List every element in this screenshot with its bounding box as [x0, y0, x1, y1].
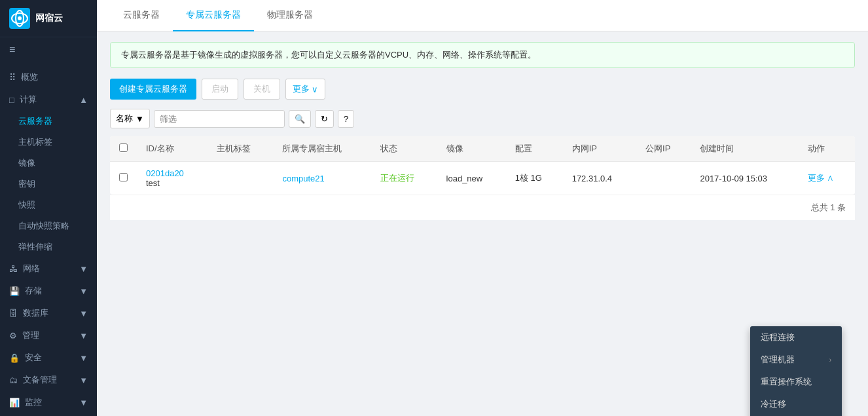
dropdown-item-label: 冷迁移: [761, 398, 786, 410]
row-public-ip: [636, 162, 691, 195]
row-status: 正在运行: [371, 162, 437, 195]
management-icon: ⚙: [9, 331, 17, 341]
col-host: 所属专属宿主机: [273, 136, 371, 162]
col-internal-ip: 内网IP: [563, 136, 636, 162]
monitor-arrow: ▼: [79, 398, 88, 407]
col-host-tag: 主机标签: [208, 136, 274, 162]
tab-cloud-server[interactable]: 云服务器: [110, 0, 173, 31]
start-button[interactable]: 启动: [202, 79, 238, 100]
row-config: 1核 1G: [506, 162, 563, 195]
filter-field-select[interactable]: 名称 ▼: [110, 109, 150, 128]
management-label: 管理: [22, 330, 39, 341]
compute-arrow: ▲: [79, 95, 88, 105]
sidebar-item-scaling[interactable]: 弹性伸缩: [0, 236, 97, 257]
table-total: 总共 1 条: [811, 202, 846, 212]
row-host: compute21: [273, 162, 371, 195]
sidebar-item-backup[interactable]: 🗂 文备管理 ▼: [0, 369, 97, 391]
tab-dedicated-server[interactable]: 专属云服务器: [173, 0, 254, 31]
col-id-name: ID/名称: [137, 136, 208, 162]
network-icon: 🖧: [9, 264, 18, 274]
row-checkbox-cell: [110, 162, 137, 195]
sidebar-item-security[interactable]: 🔒 安全 ▼: [0, 347, 97, 369]
table-header-row: ID/名称 主机标签 所属专属宿主机 状态 镜像 配置 内网IP 公网IP 创建…: [110, 136, 855, 162]
backup-arrow: ▼: [79, 375, 88, 385]
dropdown-item[interactable]: 冷迁移: [750, 393, 842, 415]
server-name: test: [146, 178, 198, 188]
row-id-name: 0201da20 test: [137, 162, 208, 195]
stop-button[interactable]: 关机: [244, 79, 280, 100]
svg-point-2: [18, 16, 22, 20]
backup-label: 文备管理: [23, 374, 57, 386]
dropdown-item-label: 管理机器: [761, 354, 795, 366]
sidebar-item-database[interactable]: 🗄 数据库 ▼: [0, 302, 97, 324]
sidebar-item-key[interactable]: 密钥: [0, 174, 97, 195]
filter-field-arrow-icon: ▼: [136, 114, 144, 124]
search-icon: 🔍: [295, 114, 305, 124]
sidebar-item-network[interactable]: 🖧 网络 ▼: [0, 257, 97, 280]
security-arrow: ▼: [79, 353, 88, 363]
dropdown-item-label: 重置操作系统: [761, 376, 812, 388]
compute-icon: □: [9, 95, 14, 105]
sidebar-item-dedicated[interactable]: ☁ 专属云 ▼: [0, 413, 97, 416]
create-button[interactable]: 创建专属云服务器: [110, 79, 196, 100]
database-label: 数据库: [23, 307, 48, 319]
filter-input[interactable]: [154, 110, 285, 128]
col-action: 动作: [799, 136, 855, 162]
row-checkbox[interactable]: [119, 173, 128, 181]
col-public-ip: 公网IP: [636, 136, 691, 162]
compute-label: 计算: [20, 94, 37, 105]
tab-physical-server[interactable]: 物理服务器: [254, 0, 326, 31]
search-button[interactable]: 🔍: [289, 110, 311, 128]
info-banner-text: 专属云服务器是基于镜像生成的虚拟服务器，您可以自定义云服务器的VCPU、内存、网…: [121, 50, 536, 60]
row-image: load_new: [437, 162, 506, 195]
action-more-link[interactable]: 更多 ∧: [808, 173, 835, 183]
row-host-tag: [208, 162, 274, 195]
sidebar-item-image[interactable]: 镜像: [0, 153, 97, 174]
dropdown-item[interactable]: 管理机器›: [750, 349, 842, 371]
select-all-checkbox[interactable]: [119, 143, 128, 152]
sidebar-item-host-tag[interactable]: 主机标签: [0, 132, 97, 153]
sidebar-item-overview[interactable]: ⠿ 概览: [0, 66, 97, 88]
sidebar-overview-section: ⠿ 概览 □ 计算 ▲ 云服务器 主机标签 镜像 密钥 快照 自动快照策略 弹性…: [0, 62, 97, 416]
more-button[interactable]: 更多 ∨: [285, 79, 325, 100]
dropdown-item[interactable]: 远程连接: [750, 326, 842, 349]
monitor-label: 监控: [25, 396, 42, 408]
database-icon: 🗄: [9, 309, 18, 318]
grid-icon: ⠿: [9, 72, 16, 83]
security-label: 安全: [25, 352, 42, 364]
server-id-link[interactable]: 0201da20: [146, 168, 184, 178]
submenu-arrow-icon: ›: [829, 356, 831, 364]
sidebar: 网宿云 ≡ ⠿ 概览 □ 计算 ▲ 云服务器 主机标签 镜像 密钥 快照 自动快…: [0, 0, 97, 416]
menu-toggle[interactable]: ≡: [0, 37, 97, 62]
dropdown-item[interactable]: 重置操作系统: [750, 371, 842, 393]
sidebar-item-management[interactable]: ⚙ 管理 ▼: [0, 324, 97, 347]
filter-field-label: 名称: [116, 113, 133, 124]
help-icon: ?: [344, 114, 348, 124]
row-created-time: 2017-10-09 15:03: [691, 162, 798, 195]
sidebar-item-compute[interactable]: □ 计算 ▲: [0, 88, 97, 111]
sidebar-item-storage[interactable]: 💾 存储 ▼: [0, 280, 97, 302]
backup-icon: 🗂: [9, 375, 18, 385]
logo: 网宿云: [0, 0, 97, 37]
host-link[interactable]: compute21: [282, 174, 324, 183]
management-arrow: ▼: [79, 331, 88, 341]
table-container: ID/名称 主机标签 所属专属宿主机 状态 镜像 配置 内网IP 公网IP 创建…: [110, 136, 855, 220]
row-action: 更多 ∧: [799, 162, 855, 195]
sidebar-item-cloud-server[interactable]: 云服务器: [0, 111, 97, 132]
server-table: ID/名称 主机标签 所属专属宿主机 状态 镜像 配置 内网IP 公网IP 创建…: [110, 136, 855, 195]
sidebar-item-monitor[interactable]: 📊 监控 ▼: [0, 391, 97, 413]
table-footer: 总共 1 条: [110, 195, 855, 220]
storage-icon: 💾: [9, 286, 20, 296]
refresh-button[interactable]: ↻: [315, 110, 334, 128]
sidebar-overview-label: 概览: [21, 71, 38, 83]
tabs-bar: 云服务器 专属云服务器 物理服务器: [97, 0, 868, 31]
network-arrow: ▼: [79, 264, 88, 274]
col-status: 状态: [371, 136, 437, 162]
refresh-icon: ↻: [321, 114, 328, 124]
sidebar-item-auto-snapshot[interactable]: 自动快照策略: [0, 216, 97, 236]
help-button[interactable]: ?: [338, 110, 354, 128]
main-content: 云服务器 专属云服务器 物理服务器 专属云服务器是基于镜像生成的虚拟服务器，您可…: [97, 0, 868, 416]
logo-icon: [9, 8, 30, 29]
sidebar-item-snapshot[interactable]: 快照: [0, 195, 97, 216]
row-internal-ip: 172.31.0.4: [563, 162, 636, 195]
